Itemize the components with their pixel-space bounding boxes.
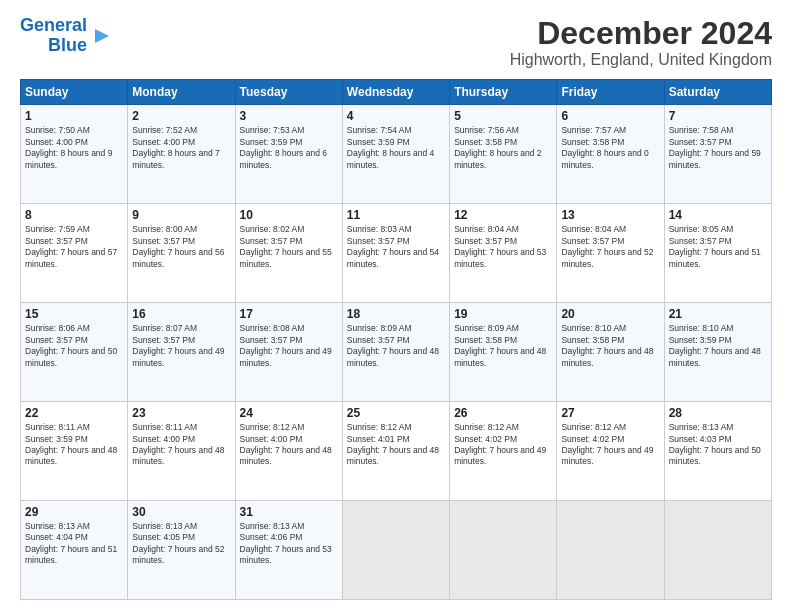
calendar-week-row: 1 Sunrise: 7:50 AM Sunset: 4:00 PM Dayli… [21,105,772,204]
day-number: 11 [347,208,445,222]
calendar-cell: 23 Sunrise: 8:11 AM Sunset: 4:00 PM Dayl… [128,402,235,501]
calendar-cell: 21 Sunrise: 8:10 AM Sunset: 3:59 PM Dayl… [664,303,771,402]
calendar-cell: 12 Sunrise: 8:04 AM Sunset: 3:57 PM Dayl… [450,204,557,303]
calendar-cell: 1 Sunrise: 7:50 AM Sunset: 4:00 PM Dayli… [21,105,128,204]
day-info: Sunrise: 8:04 AM Sunset: 3:57 PM Dayligh… [561,224,659,270]
day-info: Sunrise: 7:53 AM Sunset: 3:59 PM Dayligh… [240,125,338,171]
col-saturday: Saturday [664,80,771,105]
day-number: 7 [669,109,767,123]
logo: General Blue [20,16,113,56]
day-number: 26 [454,406,552,420]
day-number: 21 [669,307,767,321]
day-info: Sunrise: 8:13 AM Sunset: 4:03 PM Dayligh… [669,422,767,468]
day-number: 13 [561,208,659,222]
day-number: 8 [25,208,123,222]
day-number: 3 [240,109,338,123]
calendar-cell [664,501,771,600]
day-info: Sunrise: 7:56 AM Sunset: 3:58 PM Dayligh… [454,125,552,171]
calendar-cell: 5 Sunrise: 7:56 AM Sunset: 3:58 PM Dayli… [450,105,557,204]
logo-text-line1: General [20,16,87,36]
col-monday: Monday [128,80,235,105]
day-info: Sunrise: 8:12 AM Sunset: 4:01 PM Dayligh… [347,422,445,468]
calendar-week-row: 15 Sunrise: 8:06 AM Sunset: 3:57 PM Dayl… [21,303,772,402]
day-info: Sunrise: 8:10 AM Sunset: 3:58 PM Dayligh… [561,323,659,369]
calendar-header-row: Sunday Monday Tuesday Wednesday Thursday… [21,80,772,105]
calendar-cell: 13 Sunrise: 8:04 AM Sunset: 3:57 PM Dayl… [557,204,664,303]
svg-marker-0 [95,29,109,43]
day-info: Sunrise: 8:07 AM Sunset: 3:57 PM Dayligh… [132,323,230,369]
calendar-table: Sunday Monday Tuesday Wednesday Thursday… [20,79,772,600]
day-number: 12 [454,208,552,222]
day-info: Sunrise: 8:06 AM Sunset: 3:57 PM Dayligh… [25,323,123,369]
day-number: 4 [347,109,445,123]
day-number: 30 [132,505,230,519]
calendar-cell [557,501,664,600]
calendar-cell: 22 Sunrise: 8:11 AM Sunset: 3:59 PM Dayl… [21,402,128,501]
day-number: 24 [240,406,338,420]
day-number: 9 [132,208,230,222]
calendar-cell: 3 Sunrise: 7:53 AM Sunset: 3:59 PM Dayli… [235,105,342,204]
day-number: 27 [561,406,659,420]
calendar-cell: 10 Sunrise: 8:02 AM Sunset: 3:57 PM Dayl… [235,204,342,303]
calendar-cell [450,501,557,600]
calendar-week-row: 29 Sunrise: 8:13 AM Sunset: 4:04 PM Dayl… [21,501,772,600]
calendar-cell: 20 Sunrise: 8:10 AM Sunset: 3:58 PM Dayl… [557,303,664,402]
day-number: 18 [347,307,445,321]
day-number: 17 [240,307,338,321]
day-number: 6 [561,109,659,123]
day-info: Sunrise: 7:50 AM Sunset: 4:00 PM Dayligh… [25,125,123,171]
day-info: Sunrise: 8:13 AM Sunset: 4:06 PM Dayligh… [240,521,338,567]
day-number: 1 [25,109,123,123]
col-tuesday: Tuesday [235,80,342,105]
calendar-cell: 26 Sunrise: 8:12 AM Sunset: 4:02 PM Dayl… [450,402,557,501]
day-info: Sunrise: 8:00 AM Sunset: 3:57 PM Dayligh… [132,224,230,270]
calendar-cell: 15 Sunrise: 8:06 AM Sunset: 3:57 PM Dayl… [21,303,128,402]
calendar-cell: 4 Sunrise: 7:54 AM Sunset: 3:59 PM Dayli… [342,105,449,204]
header: General Blue December 2024 Highworth, En… [20,16,772,69]
calendar-cell [342,501,449,600]
day-number: 31 [240,505,338,519]
day-info: Sunrise: 7:54 AM Sunset: 3:59 PM Dayligh… [347,125,445,171]
day-info: Sunrise: 8:02 AM Sunset: 3:57 PM Dayligh… [240,224,338,270]
day-info: Sunrise: 7:52 AM Sunset: 4:00 PM Dayligh… [132,125,230,171]
calendar-cell: 28 Sunrise: 8:13 AM Sunset: 4:03 PM Dayl… [664,402,771,501]
day-number: 29 [25,505,123,519]
day-number: 14 [669,208,767,222]
day-info: Sunrise: 8:12 AM Sunset: 4:00 PM Dayligh… [240,422,338,468]
calendar-cell: 7 Sunrise: 7:58 AM Sunset: 3:57 PM Dayli… [664,105,771,204]
day-info: Sunrise: 8:13 AM Sunset: 4:05 PM Dayligh… [132,521,230,567]
page-title: December 2024 [510,16,772,51]
day-number: 15 [25,307,123,321]
col-sunday: Sunday [21,80,128,105]
logo-text-line2: Blue [48,36,87,56]
day-number: 22 [25,406,123,420]
calendar-cell: 14 Sunrise: 8:05 AM Sunset: 3:57 PM Dayl… [664,204,771,303]
day-info: Sunrise: 8:12 AM Sunset: 4:02 PM Dayligh… [561,422,659,468]
day-info: Sunrise: 8:03 AM Sunset: 3:57 PM Dayligh… [347,224,445,270]
day-number: 19 [454,307,552,321]
day-info: Sunrise: 8:11 AM Sunset: 4:00 PM Dayligh… [132,422,230,468]
calendar-cell: 27 Sunrise: 8:12 AM Sunset: 4:02 PM Dayl… [557,402,664,501]
day-info: Sunrise: 8:04 AM Sunset: 3:57 PM Dayligh… [454,224,552,270]
day-info: Sunrise: 8:10 AM Sunset: 3:59 PM Dayligh… [669,323,767,369]
calendar-cell: 16 Sunrise: 8:07 AM Sunset: 3:57 PM Dayl… [128,303,235,402]
day-info: Sunrise: 8:08 AM Sunset: 3:57 PM Dayligh… [240,323,338,369]
calendar-cell: 6 Sunrise: 7:57 AM Sunset: 3:58 PM Dayli… [557,105,664,204]
col-wednesday: Wednesday [342,80,449,105]
calendar-cell: 18 Sunrise: 8:09 AM Sunset: 3:57 PM Dayl… [342,303,449,402]
day-info: Sunrise: 8:09 AM Sunset: 3:58 PM Dayligh… [454,323,552,369]
day-info: Sunrise: 7:59 AM Sunset: 3:57 PM Dayligh… [25,224,123,270]
calendar-cell: 30 Sunrise: 8:13 AM Sunset: 4:05 PM Dayl… [128,501,235,600]
calendar-cell: 17 Sunrise: 8:08 AM Sunset: 3:57 PM Dayl… [235,303,342,402]
calendar-cell: 31 Sunrise: 8:13 AM Sunset: 4:06 PM Dayl… [235,501,342,600]
day-info: Sunrise: 7:58 AM Sunset: 3:57 PM Dayligh… [669,125,767,171]
calendar-cell: 19 Sunrise: 8:09 AM Sunset: 3:58 PM Dayl… [450,303,557,402]
day-number: 16 [132,307,230,321]
day-number: 5 [454,109,552,123]
page: General Blue December 2024 Highworth, En… [0,0,792,612]
day-info: Sunrise: 8:13 AM Sunset: 4:04 PM Dayligh… [25,521,123,567]
day-info: Sunrise: 8:11 AM Sunset: 3:59 PM Dayligh… [25,422,123,468]
page-subtitle: Highworth, England, United Kingdom [510,51,772,69]
calendar-cell: 24 Sunrise: 8:12 AM Sunset: 4:00 PM Dayl… [235,402,342,501]
col-friday: Friday [557,80,664,105]
